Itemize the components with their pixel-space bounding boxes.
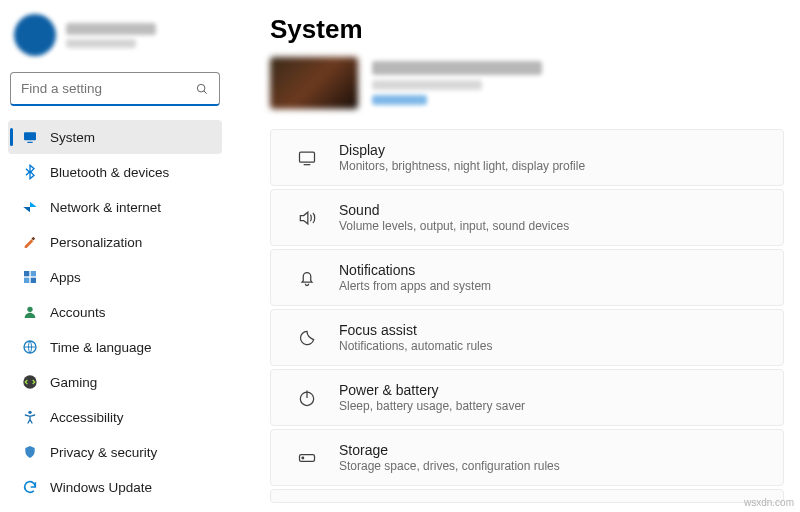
privacy-security-icon: [22, 444, 38, 460]
user-profile-text: [66, 23, 216, 48]
card-title: Power & battery: [339, 382, 525, 398]
sidebar-item-label: Time & language: [50, 340, 152, 355]
sidebar-item-gaming[interactable]: Gaming: [8, 365, 222, 399]
focus-assist-icon: [297, 328, 317, 348]
card-subtitle: Volume levels, output, input, sound devi…: [339, 219, 569, 233]
main-panel: System Display Monitors, brightness, nig…: [230, 0, 800, 512]
card-subtitle: Storage space, drives, configuration rul…: [339, 459, 560, 473]
avatar: [14, 14, 56, 56]
card-title: Sound: [339, 202, 569, 218]
watermark: wsxdn.com: [744, 497, 794, 508]
card-subtitle: Sleep, battery usage, battery saver: [339, 399, 525, 413]
bluetooth-icon: [22, 164, 38, 180]
sidebar-item-privacy-security[interactable]: Privacy & security: [8, 435, 222, 469]
user-profile[interactable]: [8, 8, 222, 70]
sidebar-item-label: Gaming: [50, 375, 97, 390]
svg-rect-7: [24, 278, 29, 283]
svg-line-1: [204, 90, 207, 93]
sidebar-item-label: Apps: [50, 270, 81, 285]
search-input[interactable]: [21, 81, 195, 96]
network-icon: [22, 199, 38, 215]
sidebar-item-label: Bluetooth & devices: [50, 165, 169, 180]
card-notifications[interactable]: Notifications Alerts from apps and syste…: [270, 249, 784, 306]
sidebar-item-bluetooth[interactable]: Bluetooth & devices: [8, 155, 222, 189]
card-title: Display: [339, 142, 585, 158]
sidebar-item-accessibility[interactable]: Accessibility: [8, 400, 222, 434]
svg-point-0: [197, 84, 205, 92]
card-focus-assist[interactable]: Focus assist Notifications, automatic ru…: [270, 309, 784, 366]
svg-rect-6: [31, 271, 36, 276]
svg-rect-5: [24, 271, 29, 276]
sidebar-item-system[interactable]: System: [8, 120, 222, 154]
sidebar-item-accounts[interactable]: Accounts: [8, 295, 222, 329]
svg-point-18: [302, 457, 304, 459]
sidebar-item-label: Network & internet: [50, 200, 161, 215]
windows-update-icon: [22, 479, 38, 495]
card-subtitle: Alerts from apps and system: [339, 279, 491, 293]
sidebar-item-apps[interactable]: Apps: [8, 260, 222, 294]
sidebar-item-label: Privacy & security: [50, 445, 157, 460]
personalization-icon: [22, 234, 38, 250]
notifications-icon: [297, 268, 317, 288]
sidebar-item-label: Accounts: [50, 305, 106, 320]
sidebar: System Bluetooth & devices Network & int…: [0, 0, 230, 512]
search-icon: [195, 82, 209, 96]
time-language-icon: [22, 339, 38, 355]
device-summary[interactable]: [270, 57, 784, 109]
search-box[interactable]: [10, 72, 220, 106]
card-title: Storage: [339, 442, 560, 458]
device-text: [372, 61, 542, 105]
card-sound[interactable]: Sound Volume levels, output, input, soun…: [270, 189, 784, 246]
storage-icon: [297, 448, 317, 468]
card-title: Focus assist: [339, 322, 492, 338]
sidebar-item-label: Accessibility: [50, 410, 124, 425]
accounts-icon: [22, 304, 38, 320]
page-title: System: [270, 14, 784, 45]
apps-icon: [22, 269, 38, 285]
settings-card-list: Display Monitors, brightness, night ligh…: [270, 129, 784, 503]
accessibility-icon: [22, 409, 38, 425]
card-power-battery[interactable]: Power & battery Sleep, battery usage, ba…: [270, 369, 784, 426]
sidebar-item-label: System: [50, 130, 95, 145]
svg-rect-2: [24, 132, 36, 140]
svg-point-9: [27, 307, 32, 312]
card-next-peek[interactable]: [270, 489, 784, 503]
svg-rect-13: [300, 152, 315, 162]
card-subtitle: Notifications, automatic rules: [339, 339, 492, 353]
svg-rect-4: [31, 237, 35, 241]
card-display[interactable]: Display Monitors, brightness, night ligh…: [270, 129, 784, 186]
device-thumbnail: [270, 57, 358, 109]
sidebar-item-personalization[interactable]: Personalization: [8, 225, 222, 259]
sidebar-item-label: Personalization: [50, 235, 142, 250]
gaming-icon: [22, 374, 38, 390]
svg-point-12: [28, 411, 31, 414]
sidebar-item-windows-update[interactable]: Windows Update: [8, 470, 222, 504]
power-icon: [297, 388, 317, 408]
sidebar-nav: System Bluetooth & devices Network & int…: [8, 120, 222, 504]
sidebar-item-label: Windows Update: [50, 480, 152, 495]
card-subtitle: Monitors, brightness, night light, displ…: [339, 159, 585, 173]
svg-rect-8: [31, 278, 36, 283]
card-title: Notifications: [339, 262, 491, 278]
sound-icon: [297, 208, 317, 228]
system-icon: [22, 129, 38, 145]
card-storage[interactable]: Storage Storage space, drives, configura…: [270, 429, 784, 486]
sidebar-item-network[interactable]: Network & internet: [8, 190, 222, 224]
display-icon: [297, 148, 317, 168]
sidebar-item-time-language[interactable]: Time & language: [8, 330, 222, 364]
